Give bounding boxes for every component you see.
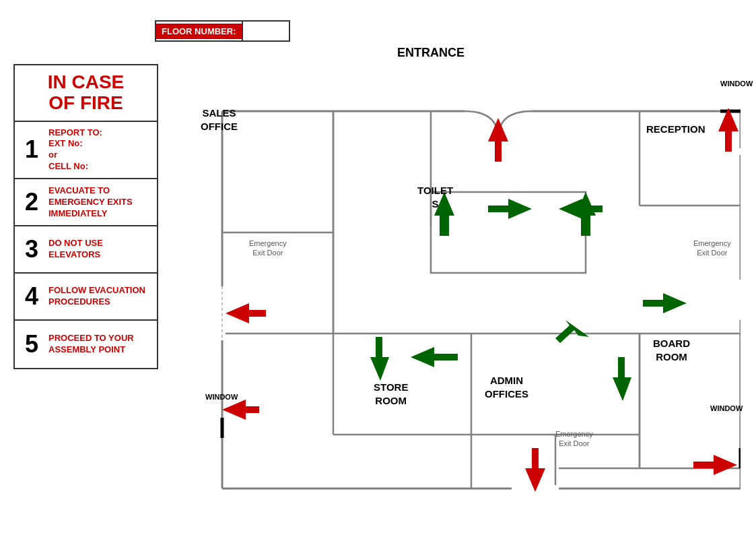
svg-marker-52 xyxy=(693,455,737,475)
svg-marker-53 xyxy=(488,199,532,219)
step-5-text: PROCEED TO YOUR ASSEMBLY POINT xyxy=(48,333,153,356)
svg-marker-58 xyxy=(555,320,589,343)
toilets-label: TOILETS xyxy=(417,184,453,210)
step-1-number: 1 xyxy=(18,135,45,164)
right-exit-label: EmergencyExit Door xyxy=(693,239,731,258)
reception-label: RECEPTION xyxy=(646,123,706,136)
in-case-title: IN CASEOF FIRE xyxy=(18,72,153,114)
step-4-row: 4 FOLLOW EVACUATION PROCEDURES xyxy=(15,274,157,321)
window-label-top-right: WINDOW xyxy=(720,80,753,88)
step-4-number: 4 xyxy=(18,282,45,311)
svg-marker-49 xyxy=(226,303,266,323)
step-1-text: REPORT TO:EXT No:orCELL No: xyxy=(48,127,102,173)
step-5-number: 5 xyxy=(18,330,45,358)
sales-office-label: SALESOFFICE xyxy=(201,106,238,133)
svg-marker-60 xyxy=(613,357,631,401)
svg-marker-56 xyxy=(576,192,596,236)
window-label-bottom-right: WINDOW xyxy=(710,404,743,412)
floor-number-label: FLOOR NUMBER: xyxy=(156,24,242,39)
floor-plan-svg xyxy=(182,44,741,522)
svg-marker-47 xyxy=(488,118,508,162)
in-case-header: IN CASEOF FIRE xyxy=(15,65,157,122)
window-label-left: WINDOW xyxy=(205,393,238,401)
admin-offices-label: ADMINOFFICES xyxy=(485,374,528,400)
step-2-text: EVACUATE TO EMERGENCY EXITS IMMEDIATELY xyxy=(48,185,153,220)
step-3-number: 3 xyxy=(18,235,45,263)
step-4-text: FOLLOW EVACUATION PROCEDURES xyxy=(48,285,153,308)
floor-number-box[interactable] xyxy=(242,22,289,40)
svg-marker-61 xyxy=(370,337,389,381)
left-exit-label: EmergencyExit Door xyxy=(249,239,287,258)
floor-number-container: FLOOR NUMBER: xyxy=(155,20,290,42)
step-5-row: 5 PROCEED TO YOUR ASSEMBLY POINT xyxy=(15,321,157,368)
svg-marker-59 xyxy=(411,347,458,367)
left-panel: IN CASEOF FIRE 1 REPORT TO:EXT No:orCELL… xyxy=(13,64,158,369)
svg-marker-50 xyxy=(222,400,259,420)
board-room-label: BOARDROOM xyxy=(653,337,690,363)
step-2-row: 2 EVACUATE TO EMERGENCY EXITS IMMEDIATEL… xyxy=(15,179,157,226)
step-1-row: 1 REPORT TO:EXT No:orCELL No: xyxy=(15,122,157,180)
bottom-exit-label: EmergencyExit Door xyxy=(555,429,593,449)
step-2-number: 2 xyxy=(18,188,45,216)
svg-rect-42 xyxy=(737,280,741,320)
store-room-label: STOREROOM xyxy=(374,381,408,407)
svg-marker-48 xyxy=(718,108,738,152)
step-3-row: 3 DO NOT USE ELEVATORS xyxy=(15,226,157,274)
step-3-text: DO NOT USE ELEVATORS xyxy=(48,238,153,261)
svg-marker-57 xyxy=(643,293,687,313)
